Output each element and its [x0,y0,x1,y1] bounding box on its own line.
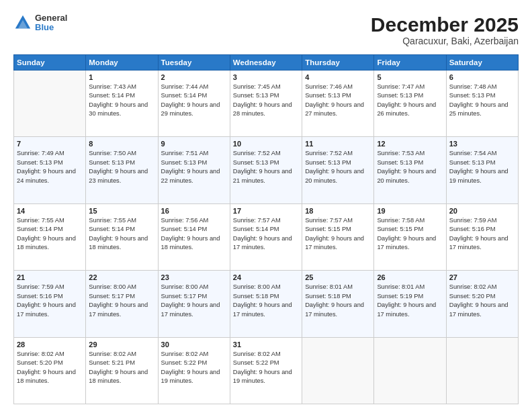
day-number: 26 [377,273,443,281]
week-row-1: 7Sunrise: 7:49 AMSunset: 5:13 PMDaylight… [14,137,519,203]
day-number: 4 [305,73,371,81]
day-number: 17 [233,207,299,215]
day-of-week-sunday: Sunday [14,55,86,71]
day-info: Sunrise: 7:58 AMSunset: 5:15 PMDaylight:… [377,216,443,253]
day-cell: 3Sunrise: 7:45 AMSunset: 5:13 PMDaylight… [230,71,302,137]
day-info: Sunrise: 7:56 AMSunset: 5:14 PMDaylight:… [161,216,227,253]
logo: General Blue [13,13,67,33]
day-info: Sunrise: 7:59 AMSunset: 5:16 PMDaylight:… [17,283,83,319]
day-info: Sunrise: 8:00 AMSunset: 5:18 PMDaylight:… [233,283,299,319]
logo-text: General Blue [35,13,67,33]
day-number: 6 [449,73,515,81]
day-number: 16 [161,207,227,215]
day-cell: 1Sunrise: 7:43 AMSunset: 5:14 PMDaylight… [86,71,158,137]
day-info: Sunrise: 8:01 AMSunset: 5:19 PMDaylight:… [377,283,443,319]
day-info: Sunrise: 8:01 AMSunset: 5:18 PMDaylight:… [305,283,371,319]
logo-general: General [35,13,67,23]
day-info: Sunrise: 7:52 AMSunset: 5:13 PMDaylight:… [305,149,371,185]
day-info: Sunrise: 8:00 AMSunset: 5:17 PMDaylight:… [161,283,227,319]
logo-blue: Blue [35,23,67,32]
day-cell: 5Sunrise: 7:47 AMSunset: 5:13 PMDaylight… [374,71,446,137]
day-cell [374,337,446,404]
day-cell: 9Sunrise: 7:51 AMSunset: 5:13 PMDaylight… [158,137,230,203]
day-info: Sunrise: 8:02 AMSunset: 5:22 PMDaylight:… [161,350,227,386]
week-row-0: 1Sunrise: 7:43 AMSunset: 5:14 PMDaylight… [14,71,519,137]
week-row-2: 14Sunrise: 7:55 AMSunset: 5:14 PMDayligh… [14,203,519,270]
day-cell [446,337,518,404]
day-info: Sunrise: 7:49 AMSunset: 5:13 PMDaylight:… [17,149,83,185]
day-cell: 14Sunrise: 7:55 AMSunset: 5:14 PMDayligh… [14,203,86,270]
day-of-week-monday: Monday [86,55,158,71]
day-number: 2 [161,73,227,81]
day-number: 31 [233,340,299,349]
day-number: 5 [377,73,443,81]
day-number: 15 [89,207,154,215]
day-info: Sunrise: 7:52 AMSunset: 5:13 PMDaylight:… [233,149,299,185]
day-of-week-wednesday: Wednesday [230,55,302,71]
day-of-week-saturday: Saturday [446,55,518,71]
day-number: 27 [449,273,515,281]
day-number: 30 [161,340,227,349]
day-number: 29 [89,340,154,349]
week-row-3: 21Sunrise: 7:59 AMSunset: 5:16 PMDayligh… [14,271,519,337]
day-cell: 8Sunrise: 7:50 AMSunset: 5:13 PMDaylight… [86,137,158,203]
day-info: Sunrise: 7:59 AMSunset: 5:16 PMDaylight:… [449,216,515,253]
day-number: 18 [305,207,371,215]
day-info: Sunrise: 7:50 AMSunset: 5:13 PMDaylight:… [89,149,154,185]
day-info: Sunrise: 7:47 AMSunset: 5:13 PMDaylight:… [377,83,443,119]
day-cell: 11Sunrise: 7:52 AMSunset: 5:13 PMDayligh… [302,137,374,203]
day-number: 12 [377,140,443,148]
calendar-table: SundayMondayTuesdayWednesdayThursdayFrid… [13,54,519,404]
header: General Blue December 2025 Qaracuxur, Ba… [13,13,519,46]
day-cell: 16Sunrise: 7:56 AMSunset: 5:14 PMDayligh… [158,203,230,270]
day-info: Sunrise: 7:51 AMSunset: 5:13 PMDaylight:… [161,149,227,185]
day-info: Sunrise: 7:57 AMSunset: 5:15 PMDaylight:… [305,216,371,253]
day-cell: 26Sunrise: 8:01 AMSunset: 5:19 PMDayligh… [374,271,446,337]
day-cell: 19Sunrise: 7:58 AMSunset: 5:15 PMDayligh… [374,203,446,270]
calendar-header: SundayMondayTuesdayWednesdayThursdayFrid… [14,55,519,71]
day-number: 20 [449,207,515,215]
day-cell: 21Sunrise: 7:59 AMSunset: 5:16 PMDayligh… [14,271,86,337]
day-info: Sunrise: 8:00 AMSunset: 5:17 PMDaylight:… [89,283,154,319]
day-number: 21 [17,273,83,281]
day-info: Sunrise: 7:44 AMSunset: 5:14 PMDaylight:… [161,83,227,119]
day-number: 3 [233,73,299,81]
day-cell: 18Sunrise: 7:57 AMSunset: 5:15 PMDayligh… [302,203,374,270]
day-number: 19 [377,207,443,215]
day-cell [14,71,86,137]
day-cell: 24Sunrise: 8:00 AMSunset: 5:18 PMDayligh… [230,271,302,337]
location: Qaracuxur, Baki, Azerbaijan [371,36,519,46]
day-number: 14 [17,207,83,215]
day-number: 11 [305,140,371,148]
day-of-week-tuesday: Tuesday [158,55,230,71]
day-info: Sunrise: 7:55 AMSunset: 5:14 PMDaylight:… [17,216,83,253]
day-cell: 30Sunrise: 8:02 AMSunset: 5:22 PMDayligh… [158,337,230,404]
day-info: Sunrise: 8:02 AMSunset: 5:22 PMDaylight:… [233,350,299,386]
day-cell: 15Sunrise: 7:55 AMSunset: 5:14 PMDayligh… [86,203,158,270]
day-info: Sunrise: 7:57 AMSunset: 5:14 PMDaylight:… [233,216,299,253]
day-cell: 23Sunrise: 8:00 AMSunset: 5:17 PMDayligh… [158,271,230,337]
calendar-body: 1Sunrise: 7:43 AMSunset: 5:14 PMDaylight… [14,71,519,404]
day-info: Sunrise: 7:48 AMSunset: 5:13 PMDaylight:… [449,83,515,119]
day-info: Sunrise: 8:02 AMSunset: 5:20 PMDaylight:… [17,350,83,386]
day-number: 25 [305,273,371,281]
day-cell: 20Sunrise: 7:59 AMSunset: 5:16 PMDayligh… [446,203,518,270]
day-cell [302,337,374,404]
day-number: 7 [17,140,83,148]
day-number: 22 [89,273,154,281]
day-cell: 7Sunrise: 7:49 AMSunset: 5:13 PMDaylight… [14,137,86,203]
day-number: 8 [89,140,154,148]
day-cell: 29Sunrise: 8:02 AMSunset: 5:21 PMDayligh… [86,337,158,404]
day-info: Sunrise: 7:45 AMSunset: 5:13 PMDaylight:… [233,83,299,119]
day-number: 1 [89,73,154,81]
day-cell: 13Sunrise: 7:54 AMSunset: 5:13 PMDayligh… [446,137,518,203]
day-info: Sunrise: 7:46 AMSunset: 5:13 PMDaylight:… [305,83,371,119]
day-cell: 10Sunrise: 7:52 AMSunset: 5:13 PMDayligh… [230,137,302,203]
month-title: December 2025 [371,13,519,36]
day-cell: 31Sunrise: 8:02 AMSunset: 5:22 PMDayligh… [230,337,302,404]
day-cell: 6Sunrise: 7:48 AMSunset: 5:13 PMDaylight… [446,71,518,137]
day-number: 23 [161,273,227,281]
day-cell: 27Sunrise: 8:02 AMSunset: 5:20 PMDayligh… [446,271,518,337]
day-of-week-friday: Friday [374,55,446,71]
day-number: 13 [449,140,515,148]
